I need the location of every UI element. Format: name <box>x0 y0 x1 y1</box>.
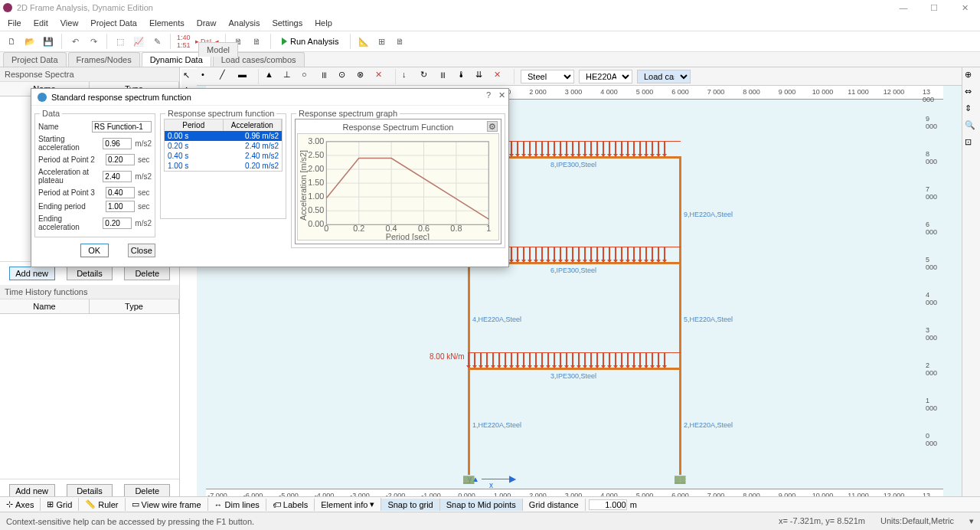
grid-toggle[interactable]: ⊞ Grid <box>41 498 79 511</box>
chart-icon[interactable]: 📈 <box>132 34 145 48</box>
svg-text:1.00: 1.00 <box>308 191 324 201</box>
material-select[interactable]: Steel <box>521 70 574 83</box>
snap-mid-toggle[interactable]: Snap to Mid points <box>440 499 523 511</box>
support-fix-icon[interactable]: ⊥ <box>283 70 297 83</box>
line-icon[interactable]: ╱ <box>220 70 234 83</box>
menu-edit[interactable]: Edit <box>34 18 48 28</box>
maximize-button[interactable]: ☐ <box>919 0 949 15</box>
menu-view[interactable]: View <box>60 18 79 28</box>
element-info[interactable]: Element info ▾ <box>315 498 381 511</box>
run-analysis-button[interactable]: Run Analysis <box>277 35 344 47</box>
svg-text:0: 0 <box>324 224 328 233</box>
dimlines-toggle[interactable]: ↔ Dim lines <box>208 499 266 511</box>
open-icon[interactable]: 📂 <box>23 34 37 48</box>
loadcase-select[interactable]: Load case 1 <box>637 70 691 83</box>
tab-model[interactable]: Model <box>198 42 238 57</box>
tool-icon[interactable]: ⬚ <box>113 34 127 48</box>
main-toolbar: 🗋 📂 💾 ↶ ↷ ⬚ 📈 ✎ 1:401:51 ▸ D+L ◂ 🗎 🗎 Run… <box>0 31 980 52</box>
axes-toggle[interactable]: ⊹ Axes <box>0 498 41 511</box>
field-input[interactable] <box>106 201 135 212</box>
ruler-toggle[interactable]: 📏 Ruler <box>79 498 125 511</box>
table-icon[interactable]: ⊞ <box>375 34 389 48</box>
menu-file[interactable]: File <box>8 18 21 28</box>
zoom-icon[interactable]: 🔍 <box>964 119 979 135</box>
moment-icon[interactable]: ↻ <box>420 70 434 83</box>
ok-button[interactable]: OK <box>80 244 109 257</box>
redo-icon[interactable]: ↷ <box>87 34 100 48</box>
table-row[interactable]: 0.20 s2.40 m/s2 <box>165 141 282 151</box>
load-3 <box>468 352 681 368</box>
close-button-dlg[interactable]: Close <box>128 244 156 257</box>
del-support-icon[interactable]: ✕ <box>375 70 389 83</box>
spring-icon[interactable]: ⫼ <box>320 70 334 83</box>
save-icon[interactable]: 💾 <box>41 34 55 48</box>
field-input[interactable] <box>103 171 132 182</box>
element-2[interactable] <box>679 368 681 475</box>
measure-icon[interactable]: 📐 <box>357 34 371 48</box>
beam-icon[interactable]: ▬ <box>238 70 252 83</box>
table-row[interactable]: 0.40 s2.40 m/s2 <box>165 151 282 161</box>
menu-draw[interactable]: Draw <box>197 18 217 28</box>
point-load-icon[interactable]: ↓ <box>402 70 416 83</box>
view-toolbar: ⊹ Axes ⊞ Grid 📏 Ruler ▭ View wire frame … <box>0 496 980 512</box>
menu-settings[interactable]: Settings <box>272 18 302 28</box>
del-load-icon[interactable]: ✕ <box>494 70 508 83</box>
table-row[interactable]: 0.00 s0.96 m/s2 <box>165 131 282 141</box>
fit-icon[interactable]: ⊡ <box>964 136 979 152</box>
gear-icon[interactable]: ⚙ <box>487 121 498 132</box>
section-select[interactable]: HE220A <box>579 70 632 83</box>
edit-icon[interactable]: ✎ <box>150 34 164 48</box>
support-pin-icon[interactable]: ▲ <box>265 70 279 83</box>
support-roller-icon[interactable]: ○ <box>302 70 315 83</box>
field-input[interactable] <box>106 187 135 198</box>
camera-icon[interactable]: ⊕ <box>964 69 979 84</box>
close-button[interactable]: ✕ <box>949 0 980 15</box>
settle-icon[interactable]: ⇊ <box>475 70 489 83</box>
tab-project-data[interactable]: Project Data <box>3 52 67 67</box>
element-1[interactable] <box>468 368 470 475</box>
new-icon[interactable]: 🗋 <box>5 34 18 48</box>
dialog-close-icon[interactable]: ✕ <box>498 90 505 100</box>
snap-grid-toggle[interactable]: Snap to grid <box>381 499 439 511</box>
labels-toggle[interactable]: 🏷 Labels <box>266 499 315 511</box>
label-e2: 2,HE220A,Steel <box>684 421 733 429</box>
extent-icon[interactable]: ⇔ <box>964 86 979 101</box>
name-input[interactable] <box>92 121 152 132</box>
grid-distance-input[interactable] <box>589 499 627 510</box>
field-input[interactable] <box>103 138 132 149</box>
cursor-icon[interactable]: ↖ <box>183 70 197 84</box>
add-new-button[interactable]: Add new <box>9 267 55 280</box>
tab-frames-nodes[interactable]: Frames/Nodes <box>68 52 140 67</box>
menu-help[interactable]: Help <box>315 18 332 28</box>
delete-button[interactable]: Delete <box>124 267 170 280</box>
dist-load-icon[interactable]: ⫼ <box>439 70 452 83</box>
menu-analysis[interactable]: Analysis <box>228 18 260 28</box>
svg-text:0.50: 0.50 <box>308 205 324 214</box>
menu-project-data[interactable]: Project Data <box>90 18 137 28</box>
minimize-button[interactable]: — <box>888 0 919 15</box>
extent2-icon[interactable]: ⇕ <box>964 103 979 118</box>
details-button[interactable]: Details <box>67 267 113 280</box>
temp-load-icon[interactable]: 🌡 <box>457 70 471 83</box>
field-input[interactable] <box>106 154 135 165</box>
export-icon[interactable]: 🗎 <box>250 34 264 48</box>
hinge-icon[interactable]: ⊙ <box>338 70 352 83</box>
table-row[interactable]: 1.00 s0.20 m/s2 <box>165 161 282 171</box>
report-icon[interactable]: 🗎 <box>394 34 407 48</box>
menu-elements[interactable]: Elements <box>149 18 185 28</box>
field-input[interactable] <box>103 218 132 229</box>
units-dropdown-icon[interactable]: ▾ <box>969 516 974 526</box>
help-icon[interactable]: ? <box>486 90 491 100</box>
release-icon[interactable]: ⊗ <box>357 70 371 83</box>
status-coords: x= -7.321m, y= 8.521m <box>779 516 865 526</box>
timehist-list[interactable] <box>0 314 179 479</box>
undo-icon[interactable]: ↶ <box>68 34 82 48</box>
dialog-title: Standard response spectrum function <box>51 93 191 102</box>
node-icon[interactable]: • <box>201 70 215 83</box>
wireframe-toggle[interactable]: ▭ View wire frame <box>126 498 208 511</box>
dialog-title-bar[interactable]: Standard response spectrum function ? ✕ <box>31 89 508 106</box>
label-e9: 9,HE220A,Steel <box>684 211 733 218</box>
response-spectra-title: Response Spectra <box>0 67 179 82</box>
svg-text:2.50: 2.50 <box>308 150 324 159</box>
spectrum-table[interactable]: Period Acceleration 0.00 s0.96 m/s20.20 … <box>164 119 283 172</box>
